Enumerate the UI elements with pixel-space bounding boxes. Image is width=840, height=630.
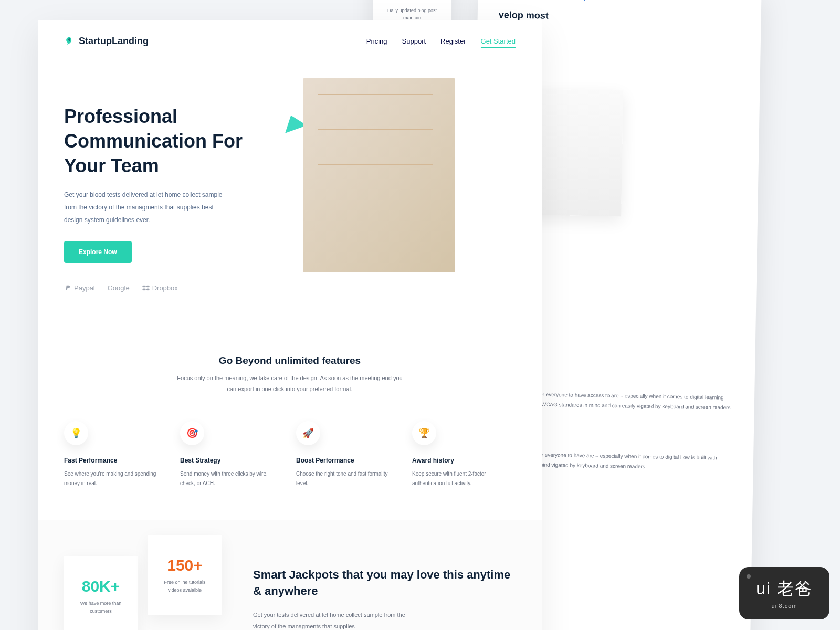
target-icon: 🎯: [180, 421, 204, 445]
watermark-url: uil8.com: [772, 603, 797, 609]
hero-image: [303, 78, 455, 272]
dots-decoration: [489, 73, 531, 167]
hero-title: Professional Communication For Your Team: [64, 104, 277, 178]
sponsor-dropbox: Dropbox: [142, 284, 178, 292]
feature-title: Fast Performance: [64, 457, 167, 464]
logo-icon: [64, 36, 75, 47]
stat-label: Free online tutorials videos avaialble: [161, 579, 209, 594]
paypal-icon: [64, 285, 71, 292]
feature-title: Best Strategy: [180, 457, 284, 464]
brand-name: StartupLanding: [79, 36, 149, 47]
jackpots-title: Smart Jackpots that you may love this an…: [253, 567, 516, 600]
features-grid: 💡 Fast Performance See where you're maki…: [64, 421, 516, 488]
features-section: Go Beyond unlimited features Focus only …: [38, 334, 542, 520]
nav-register[interactable]: Register: [440, 37, 466, 45]
hero-section: Professional Communication For Your Team…: [38, 62, 542, 334]
feature-desc: Choose the right tone and fast formality…: [296, 469, 400, 488]
stat-number: 150+: [161, 556, 209, 574]
stat-boxes: 80K+ We have more than customers 150+ Fr…: [64, 556, 222, 630]
feature-card: 🚀 Boost Performance Choose the right ton…: [296, 421, 400, 488]
explore-details-link[interactable]: Explore Details ›: [578, 0, 618, 1]
watermark-text: ui 老爸: [756, 578, 813, 601]
dropbox-icon: [142, 285, 150, 292]
jackpots-desc: Get your tests delivered at let home col…: [253, 609, 411, 630]
nav-support[interactable]: Support: [402, 37, 426, 45]
feature-desc: Keep secure with fluent 2-factor authent…: [412, 469, 516, 488]
features-subtitle: Focus only on the meaning, we take care …: [177, 373, 403, 395]
sponsor-google: Google: [108, 284, 130, 292]
jackpots-section: 80K+ We have more than customers 150+ Fr…: [38, 520, 542, 630]
nav-pricing[interactable]: Pricing: [366, 37, 387, 45]
stat-number: 90+: [381, 0, 443, 5]
feature-desc: See where you're making and spending mon…: [64, 469, 167, 488]
sponsor-paypal: Paypal: [64, 284, 95, 292]
feature-card: 🎯 Best Strategy Send money with three cl…: [180, 421, 284, 488]
header: StartupLanding Pricing Support Register …: [38, 20, 542, 62]
stat-box-customers: 80K+ We have more than customers: [64, 556, 138, 630]
bulb-icon: 💡: [64, 421, 88, 445]
feature-title: Award history: [412, 457, 516, 464]
main-landing-card: StartupLanding Pricing Support Register …: [38, 20, 542, 630]
explore-now-button[interactable]: Explore Now: [64, 241, 132, 263]
feature-desc: Send money with three clicks by wire, ch…: [180, 469, 284, 488]
features-title: Go Beyond unlimited features: [64, 355, 516, 366]
stat-label: We have more than customers: [77, 600, 125, 615]
hero-description: Get your blood tests delivered at let ho…: [64, 188, 232, 226]
feature-card: 💡 Fast Performance See where you're maki…: [64, 421, 167, 488]
feature-card: 🏆 Award history Keep secure with fluent …: [412, 421, 516, 488]
nav-get-started[interactable]: Get Started: [481, 37, 516, 45]
sponsors-row: Paypal Google Dropbox: [64, 284, 277, 292]
feature-title: Boost Performance: [296, 457, 400, 464]
rocket-icon: 🚀: [296, 421, 320, 445]
watermark-badge: ui 老爸 uil8.com: [739, 567, 830, 620]
stat-box-tutorials: 150+ Free online tutorials videos avaial…: [148, 536, 222, 615]
stat-number: 80K+: [77, 578, 125, 595]
logo[interactable]: StartupLanding: [64, 36, 149, 47]
trophy-icon: 🏆: [412, 421, 436, 445]
nav: Pricing Support Register Get Started: [366, 37, 516, 45]
